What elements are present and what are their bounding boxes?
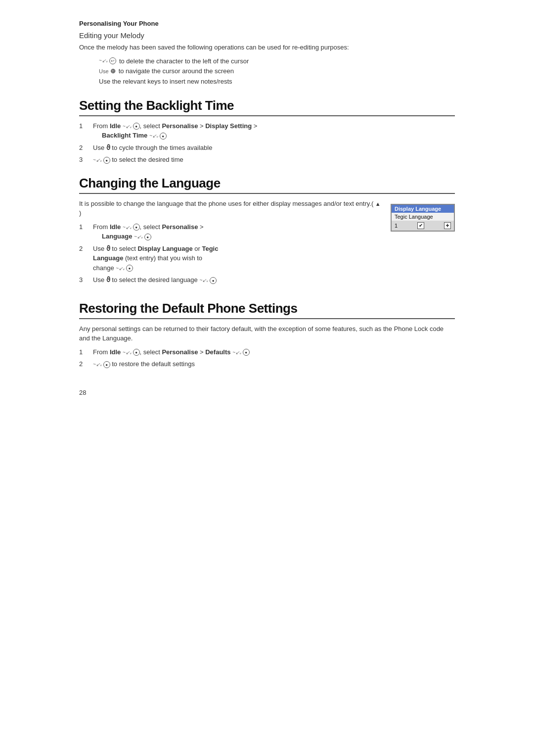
bullet-text-2: to navigate the cursor around the screen (119, 66, 234, 77)
bullet-text-1: to delete the character to the left of t… (119, 56, 249, 67)
restore-step-num-2: 2 (79, 359, 93, 369)
lang-step-content-3: Use ϑ to select the desired language ~↙ᵥ… (93, 275, 381, 285)
restore-intro: Any personal settings can be returned to… (79, 324, 455, 343)
step-2: 2 Use ϑ to cycle through the times avail… (79, 143, 455, 153)
step-content-2: Use ϑ to cycle through the times availab… (93, 143, 455, 153)
step-num-1: 1 (79, 121, 93, 131)
backlight-title: Setting the Backlight Time (79, 98, 455, 116)
list-item: ~↙ᵥ ↩ to delete the character to the lef… (99, 56, 455, 67)
restore-step-1: 1 From Idle ~↙ᵥ ●, select Personalise > … (79, 347, 455, 357)
step-content-1: From Idle ~↙ᵥ ●, select Personalise > Di… (93, 121, 455, 141)
page-number: 28 (79, 389, 455, 396)
list-item: Use ⊕ to navigate the cursor around the … (99, 66, 455, 77)
restore-step-content-2: ~↙ᵥ ● to restore the default settings (93, 359, 455, 369)
step-num-2: 2 (79, 143, 93, 153)
restore-step-num-1: 1 (79, 347, 93, 357)
language-intro: It is possible to change the language th… (79, 199, 381, 218)
editing-melody-intro: Once the melody has been saved the follo… (79, 43, 455, 52)
list-item: Use the relevant keys to insert new note… (99, 77, 455, 87)
lang-step-num-2: 2 (79, 244, 93, 254)
language-col-left: It is possible to change the language th… (79, 199, 381, 290)
lang-step-3: 3 Use ϑ to select the desired language ~… (79, 275, 381, 285)
lang-step-1: 1 From Idle ~↙ᵥ ●, select Personalise > … (79, 222, 381, 241)
step-content-3: ~↙ᵥ ● to select the desired time (93, 155, 455, 165)
screen-num: 1 (395, 223, 398, 229)
screen-plus: + (444, 222, 451, 229)
phone-screen-item: Tegic Language (392, 213, 454, 221)
lang-step-2: 2 Use ϑ to select Display Language or Te… (79, 244, 381, 273)
lang-step-content-1: From Idle ~↙ᵥ ●, select Personalise > La… (93, 222, 381, 241)
phone-screen-footer: 1 ✔ + (392, 221, 454, 231)
language-col-right: Display Language Tegic Language 1 ✔ + (391, 199, 455, 232)
restore-steps: 1 From Idle ~↙ᵥ ●, select Personalise > … (79, 347, 455, 369)
editing-melody-bullets: ~↙ᵥ ↩ to delete the character to the lef… (99, 56, 455, 87)
lang-step-num-1: 1 (79, 222, 93, 232)
step-1: 1 From Idle ~↙ᵥ ●, select Personalise > … (79, 121, 455, 141)
bullet-text-3: Use the relevant keys to insert new note… (99, 77, 232, 87)
language-title: Changing the Language (79, 176, 455, 194)
lang-step-num-3: 3 (79, 275, 93, 285)
backlight-steps: 1 From Idle ~↙ᵥ ●, select Personalise > … (79, 121, 455, 165)
nav-icon-1: ~↙ᵥ ↩ (99, 56, 116, 65)
lang-step-content-2: Use ϑ to select Display Language or Tegi… (93, 244, 381, 273)
restore-step-2: 2 ~↙ᵥ ● to restore the default settings (79, 359, 455, 369)
language-steps: 1 From Idle ~↙ᵥ ●, select Personalise > … (79, 222, 381, 285)
screen-check: ✔ (417, 222, 424, 229)
step-3: 3 ~↙ᵥ ● to select the desired time (79, 155, 455, 165)
step-num-3: 3 (79, 155, 93, 165)
phone-screen: Display Language Tegic Language 1 ✔ + (391, 204, 455, 232)
editing-melody-title: Editing your Melody (79, 31, 455, 40)
phone-screen-header: Display Language (392, 205, 454, 213)
restore-title: Restoring the Default Phone Settings (79, 301, 455, 319)
section-header: Personalising Your Phone (79, 20, 455, 27)
restore-step-content-1: From Idle ~↙ᵥ ●, select Personalise > De… (93, 347, 455, 357)
nav-icon-2: Use ⊕ (99, 66, 116, 77)
